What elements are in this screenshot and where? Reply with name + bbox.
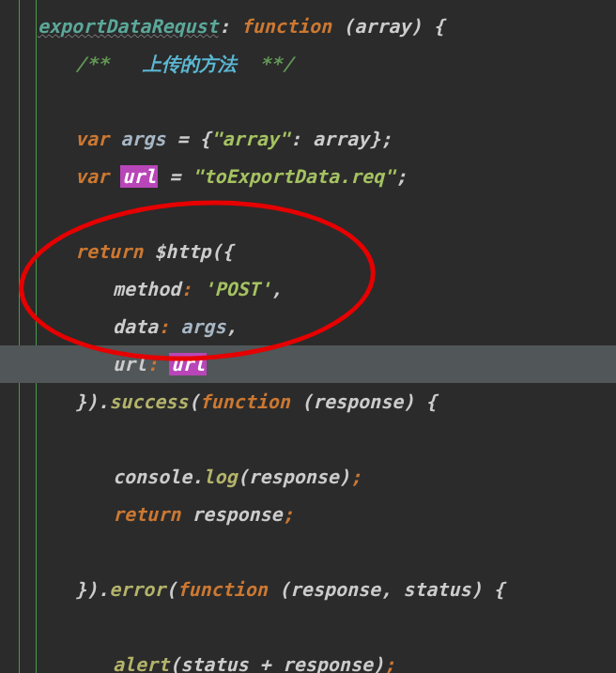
colon: : bbox=[219, 15, 241, 38]
code-line[interactable]: }).success(function (response) { bbox=[0, 383, 616, 421]
comma: , bbox=[271, 278, 283, 300]
close: }). bbox=[75, 578, 109, 601]
blank-line bbox=[0, 421, 616, 458]
function-name: exportDataRequst bbox=[38, 15, 219, 38]
keyword-return: return bbox=[75, 240, 154, 263]
brace: }; bbox=[369, 128, 392, 150]
semicolon: ; bbox=[395, 165, 407, 188]
call: $http({ bbox=[154, 240, 233, 263]
identifier: args bbox=[120, 128, 165, 150]
keyword-function: function bbox=[177, 578, 267, 601]
code-line[interactable]: exportDataRequst: function (array) { bbox=[0, 8, 616, 45]
semicolon: ; bbox=[283, 503, 294, 526]
code-line[interactable]: }).error(function (response, status) { bbox=[0, 571, 616, 608]
colon: : bbox=[290, 128, 313, 150]
string: 'POST' bbox=[203, 278, 270, 300]
value: args bbox=[180, 315, 225, 338]
value: array bbox=[313, 128, 369, 150]
string: "array" bbox=[211, 128, 290, 150]
comma: , bbox=[225, 315, 237, 338]
method-name: error bbox=[109, 578, 165, 601]
keyword-return: return bbox=[113, 503, 192, 526]
value: response bbox=[192, 503, 282, 526]
equals: = bbox=[165, 128, 199, 150]
code-line[interactable]: return $http({ bbox=[0, 233, 616, 270]
string: "toExportData.req" bbox=[192, 165, 395, 188]
object: console bbox=[113, 466, 192, 488]
blank-line bbox=[0, 608, 616, 646]
code-line[interactable]: console.log(response); bbox=[0, 458, 616, 496]
comment-text: 上传的方法 bbox=[143, 53, 237, 75]
code-editor[interactable]: exportDataRequst: function (array) { /**… bbox=[0, 0, 616, 673]
semicolon: ; bbox=[350, 466, 362, 488]
property: url bbox=[113, 353, 146, 375]
method-name: log bbox=[203, 466, 237, 488]
property: method bbox=[113, 278, 180, 300]
function-call: alert bbox=[113, 653, 169, 673]
colon: : bbox=[180, 278, 203, 300]
code-line[interactable]: data: args, bbox=[0, 308, 616, 345]
keyword-function: function bbox=[241, 15, 331, 38]
blank-line bbox=[0, 533, 616, 571]
args: (status + response) bbox=[169, 653, 384, 673]
keyword-var: var bbox=[75, 165, 120, 188]
colon: : bbox=[158, 315, 180, 338]
close: }). bbox=[75, 390, 109, 413]
blank-line bbox=[0, 195, 616, 233]
dot: . bbox=[192, 466, 203, 488]
code-line[interactable]: method: 'POST', bbox=[0, 270, 616, 308]
colon: : bbox=[146, 353, 169, 375]
paren: ( bbox=[188, 390, 199, 413]
highlighted-identifier: url bbox=[120, 165, 158, 188]
comment-end: **/ bbox=[237, 53, 293, 75]
keyword-var: var bbox=[75, 128, 120, 150]
params: (response) { bbox=[290, 390, 438, 413]
code-line-highlighted[interactable]: url: url bbox=[0, 345, 616, 383]
params: (response, status) { bbox=[268, 578, 505, 601]
comment-start: /** bbox=[75, 53, 143, 75]
highlighted-identifier: url bbox=[169, 353, 207, 375]
semicolon: ; bbox=[384, 653, 395, 673]
blank-line bbox=[0, 83, 616, 120]
method-name: success bbox=[109, 390, 188, 413]
brace: { bbox=[199, 128, 210, 150]
code-line[interactable]: var url = "toExportData.req"; bbox=[0, 158, 616, 195]
equals: = bbox=[158, 165, 192, 188]
keyword-function: function bbox=[199, 390, 289, 413]
code-line[interactable]: var args = {"array": array}; bbox=[0, 120, 616, 158]
params: (array) { bbox=[331, 15, 444, 38]
code-line[interactable]: alert(status + response); bbox=[0, 646, 616, 673]
args: (response) bbox=[237, 466, 349, 488]
code-line[interactable]: /** 上传的方法 **/ bbox=[0, 45, 616, 83]
paren: ( bbox=[165, 578, 177, 601]
code-line[interactable]: return response; bbox=[0, 496, 616, 533]
property: data bbox=[113, 315, 158, 338]
